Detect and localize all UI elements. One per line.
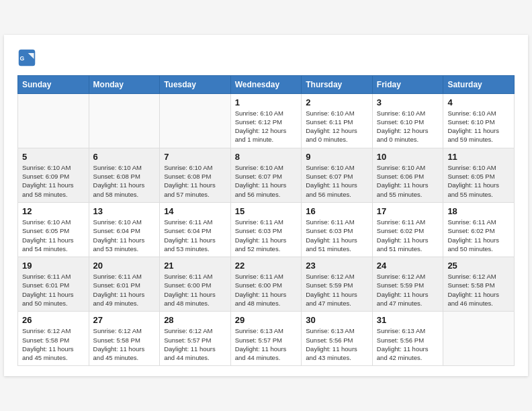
- day-info: Sunrise: 6:12 AM Sunset: 5:58 PM Dayligh…: [22, 326, 85, 362]
- calendar-cell: 7Sunrise: 6:10 AM Sunset: 6:08 PM Daylig…: [160, 148, 231, 202]
- day-info: Sunrise: 6:12 AM Sunset: 5:58 PM Dayligh…: [93, 326, 156, 362]
- calendar-header: G: [17, 48, 515, 67]
- day-number: 30: [306, 315, 368, 325]
- day-number: 12: [22, 206, 85, 216]
- calendar-cell: [18, 93, 89, 148]
- calendar-cell: 1Sunrise: 6:10 AM Sunset: 6:12 PM Daylig…: [230, 93, 302, 148]
- calendar-cell: 4Sunrise: 6:10 AM Sunset: 6:10 PM Daylig…: [443, 93, 515, 148]
- weekday-header-saturday: Saturday: [443, 75, 515, 93]
- calendar-cell: 17Sunrise: 6:11 AM Sunset: 6:02 PM Dayli…: [372, 202, 443, 257]
- calendar-cell: 14Sunrise: 6:11 AM Sunset: 6:04 PM Dayli…: [160, 202, 231, 257]
- day-number: 14: [164, 206, 226, 216]
- day-info: Sunrise: 6:11 AM Sunset: 6:01 PM Dayligh…: [93, 272, 156, 308]
- weekday-header-sunday: Sunday: [18, 75, 89, 93]
- day-info: Sunrise: 6:10 AM Sunset: 6:04 PM Dayligh…: [93, 218, 156, 253]
- calendar-cell: [160, 93, 231, 148]
- calendar-cell: 28Sunrise: 6:12 AM Sunset: 5:57 PM Dayli…: [160, 312, 231, 366]
- day-info: Sunrise: 6:10 AM Sunset: 6:09 PM Dayligh…: [22, 163, 85, 199]
- calendar-cell: 19Sunrise: 6:11 AM Sunset: 6:01 PM Dayli…: [18, 257, 89, 312]
- day-info: Sunrise: 6:10 AM Sunset: 6:08 PM Dayligh…: [93, 163, 156, 199]
- day-number: 29: [235, 315, 298, 325]
- day-number: 4: [447, 97, 510, 107]
- day-info: Sunrise: 6:10 AM Sunset: 6:12 PM Dayligh…: [235, 109, 298, 144]
- day-number: 20: [93, 261, 156, 271]
- calendar-cell: 15Sunrise: 6:11 AM Sunset: 6:03 PM Dayli…: [230, 202, 302, 257]
- calendar-cell: 30Sunrise: 6:13 AM Sunset: 5:56 PM Dayli…: [302, 312, 373, 366]
- day-info: Sunrise: 6:10 AM Sunset: 6:06 PM Dayligh…: [377, 163, 439, 199]
- day-number: 27: [93, 315, 156, 325]
- calendar-cell: 8Sunrise: 6:10 AM Sunset: 6:07 PM Daylig…: [230, 148, 302, 202]
- day-number: 5: [22, 152, 85, 162]
- calendar-cell: [443, 312, 515, 366]
- day-info: Sunrise: 6:10 AM Sunset: 6:10 PM Dayligh…: [377, 109, 439, 144]
- calendar-cell: 29Sunrise: 6:13 AM Sunset: 5:57 PM Dayli…: [230, 312, 302, 366]
- day-info: Sunrise: 6:10 AM Sunset: 6:08 PM Dayligh…: [164, 163, 226, 199]
- day-info: Sunrise: 6:12 AM Sunset: 5:57 PM Dayligh…: [164, 326, 226, 362]
- day-number: 2: [306, 97, 368, 107]
- calendar-cell: 16Sunrise: 6:11 AM Sunset: 6:03 PM Dayli…: [302, 202, 373, 257]
- day-info: Sunrise: 6:10 AM Sunset: 6:07 PM Dayligh…: [306, 163, 368, 199]
- day-info: Sunrise: 6:12 AM Sunset: 5:59 PM Dayligh…: [306, 272, 368, 308]
- day-number: 13: [93, 206, 156, 216]
- day-info: Sunrise: 6:13 AM Sunset: 5:56 PM Dayligh…: [377, 326, 439, 362]
- week-row-2: 12Sunrise: 6:10 AM Sunset: 6:05 PM Dayli…: [18, 202, 515, 257]
- day-info: Sunrise: 6:11 AM Sunset: 6:03 PM Dayligh…: [306, 218, 368, 253]
- week-row-4: 26Sunrise: 6:12 AM Sunset: 5:58 PM Dayli…: [18, 312, 515, 366]
- day-info: Sunrise: 6:11 AM Sunset: 6:02 PM Dayligh…: [447, 218, 510, 253]
- day-info: Sunrise: 6:11 AM Sunset: 6:00 PM Dayligh…: [235, 272, 298, 308]
- weekday-header-tuesday: Tuesday: [160, 75, 231, 93]
- calendar-cell: 21Sunrise: 6:11 AM Sunset: 6:00 PM Dayli…: [160, 257, 231, 312]
- calendar-cell: [89, 93, 160, 148]
- day-number: 18: [447, 206, 510, 216]
- day-info: Sunrise: 6:13 AM Sunset: 5:56 PM Dayligh…: [306, 326, 368, 362]
- day-number: 23: [306, 261, 368, 271]
- weekday-header-thursday: Thursday: [302, 75, 373, 93]
- day-info: Sunrise: 6:11 AM Sunset: 6:01 PM Dayligh…: [22, 272, 85, 308]
- day-number: 19: [22, 261, 85, 271]
- calendar-cell: 18Sunrise: 6:11 AM Sunset: 6:02 PM Dayli…: [443, 202, 515, 257]
- calendar-cell: 26Sunrise: 6:12 AM Sunset: 5:58 PM Dayli…: [18, 312, 89, 366]
- calendar-cell: 2Sunrise: 6:10 AM Sunset: 6:11 PM Daylig…: [302, 93, 373, 148]
- calendar-cell: 25Sunrise: 6:12 AM Sunset: 5:58 PM Dayli…: [443, 257, 515, 312]
- day-number: 3: [377, 97, 439, 107]
- day-number: 21: [164, 261, 226, 271]
- weekday-header-row: SundayMondayTuesdayWednesdayThursdayFrid…: [18, 75, 515, 93]
- day-number: 25: [447, 261, 510, 271]
- week-row-1: 5Sunrise: 6:10 AM Sunset: 6:09 PM Daylig…: [18, 148, 515, 202]
- day-info: Sunrise: 6:11 AM Sunset: 6:02 PM Dayligh…: [377, 218, 439, 253]
- calendar-cell: 11Sunrise: 6:10 AM Sunset: 6:05 PM Dayli…: [443, 148, 515, 202]
- calendar-cell: 31Sunrise: 6:13 AM Sunset: 5:56 PM Dayli…: [372, 312, 443, 366]
- weekday-header-friday: Friday: [372, 75, 443, 93]
- day-number: 7: [164, 152, 226, 162]
- day-number: 31: [377, 315, 439, 325]
- day-info: Sunrise: 6:11 AM Sunset: 6:04 PM Dayligh…: [164, 218, 226, 253]
- day-number: 28: [164, 315, 226, 325]
- calendar-cell: 6Sunrise: 6:10 AM Sunset: 6:08 PM Daylig…: [89, 148, 160, 202]
- day-number: 11: [447, 152, 510, 162]
- calendar-grid: SundayMondayTuesdayWednesdayThursdayFrid…: [17, 75, 515, 367]
- day-number: 17: [377, 206, 439, 216]
- calendar-cell: 24Sunrise: 6:12 AM Sunset: 5:59 PM Dayli…: [372, 257, 443, 312]
- weekday-header-wednesday: Wednesday: [230, 75, 302, 93]
- calendar-cell: 5Sunrise: 6:10 AM Sunset: 6:09 PM Daylig…: [18, 148, 89, 202]
- day-number: 15: [235, 206, 298, 216]
- day-number: 10: [377, 152, 439, 162]
- calendar-container: G SundayMondayTuesdayWednesdayThursdayFr…: [4, 35, 528, 377]
- week-row-0: 1Sunrise: 6:10 AM Sunset: 6:12 PM Daylig…: [18, 93, 515, 148]
- calendar-cell: 12Sunrise: 6:10 AM Sunset: 6:05 PM Dayli…: [18, 202, 89, 257]
- day-number: 16: [306, 206, 368, 216]
- calendar-cell: 13Sunrise: 6:10 AM Sunset: 6:04 PM Dayli…: [89, 202, 160, 257]
- svg-text:G: G: [20, 54, 25, 61]
- day-number: 24: [377, 261, 439, 271]
- day-info: Sunrise: 6:10 AM Sunset: 6:05 PM Dayligh…: [22, 218, 85, 253]
- day-info: Sunrise: 6:11 AM Sunset: 6:03 PM Dayligh…: [235, 218, 298, 253]
- calendar-cell: 9Sunrise: 6:10 AM Sunset: 6:07 PM Daylig…: [302, 148, 373, 202]
- day-number: 9: [306, 152, 368, 162]
- logo: G: [17, 48, 39, 67]
- week-row-3: 19Sunrise: 6:11 AM Sunset: 6:01 PM Dayli…: [18, 257, 515, 312]
- day-info: Sunrise: 6:12 AM Sunset: 5:58 PM Dayligh…: [447, 272, 510, 308]
- calendar-cell: 10Sunrise: 6:10 AM Sunset: 6:06 PM Dayli…: [372, 148, 443, 202]
- calendar-cell: 20Sunrise: 6:11 AM Sunset: 6:01 PM Dayli…: [89, 257, 160, 312]
- day-number: 8: [235, 152, 298, 162]
- day-number: 1: [235, 97, 298, 107]
